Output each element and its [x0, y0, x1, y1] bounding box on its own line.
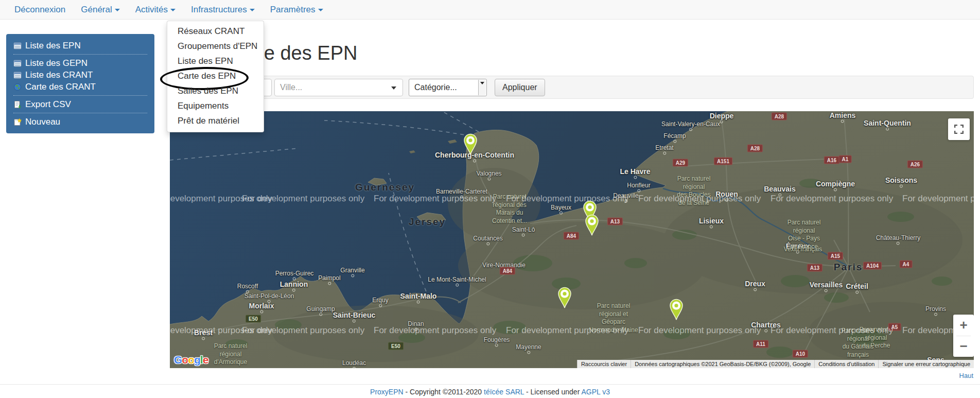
dropdown-menu-item[interactable]: Equipements: [167, 99, 264, 114]
footer: ProxyEPN - Copyright ©2011-2020 téïcée S…: [0, 384, 980, 398]
chevron-down-icon: [250, 9, 255, 11]
footer-company-link[interactable]: téïcée SARL: [484, 388, 524, 396]
epn-map-marker[interactable]: [463, 133, 478, 155]
appliquer-button[interactable]: Appliquer: [495, 79, 545, 96]
map-terrain: [170, 111, 974, 368]
pin-icon: [557, 287, 572, 308]
nav-label: Général: [81, 5, 112, 14]
sidebar-item-liste-des-gepn[interactable]: Liste des GEPN: [13, 57, 147, 69]
ville-select[interactable]: Ville...: [274, 79, 403, 96]
chevron-down-icon: [318, 9, 323, 11]
sidebar-divider: [13, 113, 147, 113]
sidebar-divider: [13, 95, 147, 96]
dropdown-menu-item[interactable]: Groupements d'EPN: [167, 39, 264, 54]
google-logo-letter: g: [194, 354, 200, 366]
list-icon: [13, 59, 22, 67]
attribution-item[interactable]: Conditions d'utilisation: [814, 360, 878, 368]
sidebar-item-label: Carte des CRANT: [25, 82, 96, 92]
sidebar-item-label: Nouveau: [25, 117, 60, 127]
filter-bar: Ville... Catégorie... Appliquer: [170, 76, 974, 99]
nav-label: Déconnexion: [14, 5, 65, 14]
chevron-down-icon: [115, 9, 120, 11]
footer-copyright-text: - Copyright ©2011-2020: [404, 388, 484, 396]
chevron-down-icon: [170, 9, 176, 11]
attribution-item[interactable]: Signaler une erreur cartographique: [878, 360, 974, 368]
google-logo-letter: o: [188, 354, 194, 366]
dropdown-menu-item[interactable]: Réseaux CRANT: [167, 24, 264, 39]
globe-icon: [13, 83, 22, 91]
footer-license-prefix: - Licensed under: [524, 388, 581, 396]
fullscreen-icon: [954, 125, 964, 134]
chevron-down-icon: [391, 86, 396, 90]
sidebar: Liste des EPN Liste des GEPN Liste des C…: [6, 34, 154, 133]
nav-label: Infrastructures: [191, 5, 247, 14]
epn-map-marker[interactable]: [669, 299, 684, 320]
sidebar-item-label: Liste des EPN: [25, 41, 81, 51]
nav-general[interactable]: Général: [73, 5, 127, 15]
nav-infrastructures[interactable]: Infrastructures: [183, 5, 262, 15]
zoom-in-button[interactable]: +: [953, 315, 974, 336]
sidebar-divider: [13, 54, 147, 55]
new-page-icon: [13, 118, 22, 126]
list-icon: [13, 71, 22, 79]
sidebar-item-nouveau[interactable]: Nouveau: [13, 116, 147, 128]
export-csv-icon: [13, 100, 22, 109]
chevron-down-icon: [480, 82, 484, 84]
sidebar-item-carte-des-crant[interactable]: Carte des CRANT: [13, 81, 147, 93]
dropdown-menu-item[interactable]: Liste des EPN: [167, 54, 264, 69]
ville-placeholder: Ville...: [280, 83, 302, 92]
pin-icon: [669, 299, 684, 320]
infrastructures-dropdown-menu: Réseaux CRANT Groupements d'EPN Liste de…: [167, 21, 264, 132]
dropdown-menu-item[interactable]: Carte des EPN: [167, 69, 264, 84]
dropdown-menu-item[interactable]: Salles des EPN: [167, 84, 264, 99]
nav-deconnexion[interactable]: Déconnexion: [7, 5, 73, 15]
google-logo-letter: G: [174, 354, 182, 366]
google-logo-letter: o: [182, 354, 188, 366]
sidebar-item-label: Liste des CRANT: [25, 70, 93, 80]
list-icon: [13, 42, 22, 50]
sidebar-item-export-csv[interactable]: Export CSV: [13, 98, 147, 110]
select-scroll-strip: [478, 80, 486, 95]
zoom-out-button[interactable]: −: [953, 336, 974, 357]
google-map[interactable]: For development purposes onlyFor develop…: [170, 111, 974, 368]
nav-label: Paramètres: [270, 5, 316, 14]
categorie-select[interactable]: Catégorie...: [409, 79, 487, 96]
epn-map-marker[interactable]: [584, 214, 600, 236]
attribution-item[interactable]: Données cartographiques ©2021 GeoBasis-D…: [631, 360, 814, 368]
sidebar-item-liste-des-crant[interactable]: Liste des CRANT: [13, 69, 147, 81]
google-logo[interactable]: Google: [174, 354, 208, 366]
pin-icon: [463, 133, 478, 155]
fullscreen-button[interactable]: [948, 118, 970, 140]
nav-activites[interactable]: Activités: [128, 5, 183, 15]
categorie-value: Catégorie...: [414, 83, 457, 92]
nav-label: Activités: [135, 5, 168, 14]
google-logo-letter: e: [203, 354, 208, 366]
sidebar-item-label: Liste des GEPN: [25, 58, 87, 68]
nav-parametres[interactable]: Paramètres: [262, 5, 331, 15]
epn-map-marker[interactable]: [557, 287, 572, 308]
dropdown-menu-item[interactable]: Prêt de matériel: [167, 114, 264, 129]
sidebar-item-liste-des-epn[interactable]: Liste des EPN: [13, 40, 147, 51]
top-navbar: Déconnexion Général Activités Infrastruc…: [0, 0, 980, 20]
back-to-top-link[interactable]: Haut: [959, 372, 973, 379]
footer-app-link[interactable]: ProxyEPN: [370, 388, 404, 396]
map-attribution-bar: Raccourcis clavierDonnées cartographique…: [577, 360, 974, 368]
sidebar-item-label: Export CSV: [25, 99, 71, 110]
zoom-control: + −: [953, 315, 974, 357]
footer-license-link[interactable]: AGPL v3: [581, 388, 610, 396]
attribution-item[interactable]: Raccourcis clavier: [577, 360, 631, 368]
pin-icon: [584, 214, 600, 236]
